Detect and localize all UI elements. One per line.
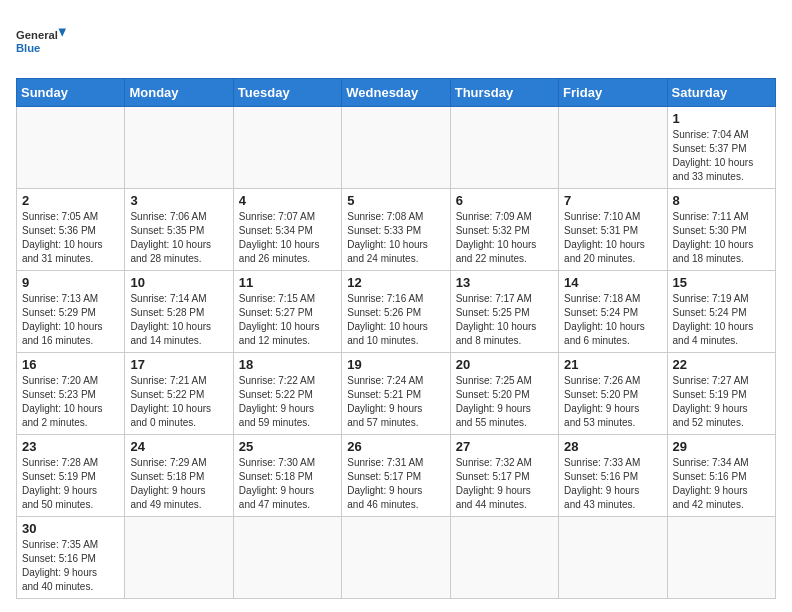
day-number: 16 xyxy=(22,357,119,372)
calendar-week-5: 30Sunrise: 7:35 AM Sunset: 5:16 PM Dayli… xyxy=(17,517,776,599)
calendar-cell xyxy=(125,517,233,599)
day-number: 29 xyxy=(673,439,770,454)
day-number: 11 xyxy=(239,275,336,290)
calendar-cell: 19Sunrise: 7:24 AM Sunset: 5:21 PM Dayli… xyxy=(342,353,450,435)
day-number: 28 xyxy=(564,439,661,454)
calendar-cell: 7Sunrise: 7:10 AM Sunset: 5:31 PM Daylig… xyxy=(559,189,667,271)
day-info: Sunrise: 7:16 AM Sunset: 5:26 PM Dayligh… xyxy=(347,292,444,348)
weekday-header-thursday: Thursday xyxy=(450,79,558,107)
day-info: Sunrise: 7:04 AM Sunset: 5:37 PM Dayligh… xyxy=(673,128,770,184)
day-info: Sunrise: 7:31 AM Sunset: 5:17 PM Dayligh… xyxy=(347,456,444,512)
calendar-cell: 4Sunrise: 7:07 AM Sunset: 5:34 PM Daylig… xyxy=(233,189,341,271)
day-info: Sunrise: 7:19 AM Sunset: 5:24 PM Dayligh… xyxy=(673,292,770,348)
day-info: Sunrise: 7:08 AM Sunset: 5:33 PM Dayligh… xyxy=(347,210,444,266)
weekday-header-sunday: Sunday xyxy=(17,79,125,107)
day-info: Sunrise: 7:30 AM Sunset: 5:18 PM Dayligh… xyxy=(239,456,336,512)
calendar-cell: 18Sunrise: 7:22 AM Sunset: 5:22 PM Dayli… xyxy=(233,353,341,435)
day-info: Sunrise: 7:11 AM Sunset: 5:30 PM Dayligh… xyxy=(673,210,770,266)
calendar-week-1: 2Sunrise: 7:05 AM Sunset: 5:36 PM Daylig… xyxy=(17,189,776,271)
day-info: Sunrise: 7:06 AM Sunset: 5:35 PM Dayligh… xyxy=(130,210,227,266)
day-info: Sunrise: 7:28 AM Sunset: 5:19 PM Dayligh… xyxy=(22,456,119,512)
calendar-cell: 15Sunrise: 7:19 AM Sunset: 5:24 PM Dayli… xyxy=(667,271,775,353)
day-number: 30 xyxy=(22,521,119,536)
day-info: Sunrise: 7:09 AM Sunset: 5:32 PM Dayligh… xyxy=(456,210,553,266)
calendar-cell xyxy=(450,107,558,189)
day-info: Sunrise: 7:29 AM Sunset: 5:18 PM Dayligh… xyxy=(130,456,227,512)
day-number: 26 xyxy=(347,439,444,454)
day-info: Sunrise: 7:13 AM Sunset: 5:29 PM Dayligh… xyxy=(22,292,119,348)
calendar-cell: 23Sunrise: 7:28 AM Sunset: 5:19 PM Dayli… xyxy=(17,435,125,517)
header: General Blue xyxy=(16,16,776,66)
calendar-cell: 24Sunrise: 7:29 AM Sunset: 5:18 PM Dayli… xyxy=(125,435,233,517)
day-info: Sunrise: 7:25 AM Sunset: 5:20 PM Dayligh… xyxy=(456,374,553,430)
day-info: Sunrise: 7:27 AM Sunset: 5:19 PM Dayligh… xyxy=(673,374,770,430)
calendar-cell: 6Sunrise: 7:09 AM Sunset: 5:32 PM Daylig… xyxy=(450,189,558,271)
calendar-cell: 21Sunrise: 7:26 AM Sunset: 5:20 PM Dayli… xyxy=(559,353,667,435)
day-number: 14 xyxy=(564,275,661,290)
calendar-cell xyxy=(125,107,233,189)
day-number: 2 xyxy=(22,193,119,208)
logo: General Blue xyxy=(16,16,66,66)
day-info: Sunrise: 7:22 AM Sunset: 5:22 PM Dayligh… xyxy=(239,374,336,430)
day-info: Sunrise: 7:32 AM Sunset: 5:17 PM Dayligh… xyxy=(456,456,553,512)
logo-svg: General Blue xyxy=(16,16,66,66)
day-info: Sunrise: 7:07 AM Sunset: 5:34 PM Dayligh… xyxy=(239,210,336,266)
day-number: 3 xyxy=(130,193,227,208)
calendar-cell xyxy=(450,517,558,599)
calendar-cell: 5Sunrise: 7:08 AM Sunset: 5:33 PM Daylig… xyxy=(342,189,450,271)
day-number: 23 xyxy=(22,439,119,454)
calendar-cell: 22Sunrise: 7:27 AM Sunset: 5:19 PM Dayli… xyxy=(667,353,775,435)
day-info: Sunrise: 7:21 AM Sunset: 5:22 PM Dayligh… xyxy=(130,374,227,430)
svg-marker-2 xyxy=(59,29,67,37)
calendar-cell: 13Sunrise: 7:17 AM Sunset: 5:25 PM Dayli… xyxy=(450,271,558,353)
day-info: Sunrise: 7:10 AM Sunset: 5:31 PM Dayligh… xyxy=(564,210,661,266)
calendar: SundayMondayTuesdayWednesdayThursdayFrid… xyxy=(16,78,776,599)
day-number: 10 xyxy=(130,275,227,290)
day-info: Sunrise: 7:15 AM Sunset: 5:27 PM Dayligh… xyxy=(239,292,336,348)
day-number: 7 xyxy=(564,193,661,208)
day-number: 6 xyxy=(456,193,553,208)
calendar-cell: 26Sunrise: 7:31 AM Sunset: 5:17 PM Dayli… xyxy=(342,435,450,517)
day-number: 13 xyxy=(456,275,553,290)
calendar-cell: 8Sunrise: 7:11 AM Sunset: 5:30 PM Daylig… xyxy=(667,189,775,271)
weekday-header-monday: Monday xyxy=(125,79,233,107)
day-info: Sunrise: 7:24 AM Sunset: 5:21 PM Dayligh… xyxy=(347,374,444,430)
calendar-cell xyxy=(342,517,450,599)
calendar-cell: 20Sunrise: 7:25 AM Sunset: 5:20 PM Dayli… xyxy=(450,353,558,435)
calendar-cell xyxy=(559,517,667,599)
calendar-cell: 3Sunrise: 7:06 AM Sunset: 5:35 PM Daylig… xyxy=(125,189,233,271)
calendar-cell xyxy=(17,107,125,189)
calendar-cell: 2Sunrise: 7:05 AM Sunset: 5:36 PM Daylig… xyxy=(17,189,125,271)
calendar-cell: 27Sunrise: 7:32 AM Sunset: 5:17 PM Dayli… xyxy=(450,435,558,517)
calendar-cell: 1Sunrise: 7:04 AM Sunset: 5:37 PM Daylig… xyxy=(667,107,775,189)
day-info: Sunrise: 7:05 AM Sunset: 5:36 PM Dayligh… xyxy=(22,210,119,266)
calendar-cell xyxy=(233,107,341,189)
calendar-cell: 12Sunrise: 7:16 AM Sunset: 5:26 PM Dayli… xyxy=(342,271,450,353)
day-info: Sunrise: 7:17 AM Sunset: 5:25 PM Dayligh… xyxy=(456,292,553,348)
day-number: 9 xyxy=(22,275,119,290)
day-info: Sunrise: 7:26 AM Sunset: 5:20 PM Dayligh… xyxy=(564,374,661,430)
calendar-cell: 29Sunrise: 7:34 AM Sunset: 5:16 PM Dayli… xyxy=(667,435,775,517)
day-number: 25 xyxy=(239,439,336,454)
calendar-cell xyxy=(667,517,775,599)
calendar-cell xyxy=(342,107,450,189)
calendar-cell: 30Sunrise: 7:35 AM Sunset: 5:16 PM Dayli… xyxy=(17,517,125,599)
day-info: Sunrise: 7:18 AM Sunset: 5:24 PM Dayligh… xyxy=(564,292,661,348)
calendar-cell: 17Sunrise: 7:21 AM Sunset: 5:22 PM Dayli… xyxy=(125,353,233,435)
day-info: Sunrise: 7:33 AM Sunset: 5:16 PM Dayligh… xyxy=(564,456,661,512)
calendar-week-2: 9Sunrise: 7:13 AM Sunset: 5:29 PM Daylig… xyxy=(17,271,776,353)
day-number: 18 xyxy=(239,357,336,372)
calendar-cell xyxy=(233,517,341,599)
day-info: Sunrise: 7:34 AM Sunset: 5:16 PM Dayligh… xyxy=(673,456,770,512)
weekday-header-wednesday: Wednesday xyxy=(342,79,450,107)
calendar-cell: 10Sunrise: 7:14 AM Sunset: 5:28 PM Dayli… xyxy=(125,271,233,353)
day-info: Sunrise: 7:20 AM Sunset: 5:23 PM Dayligh… xyxy=(22,374,119,430)
calendar-week-4: 23Sunrise: 7:28 AM Sunset: 5:19 PM Dayli… xyxy=(17,435,776,517)
day-number: 1 xyxy=(673,111,770,126)
day-number: 12 xyxy=(347,275,444,290)
day-number: 24 xyxy=(130,439,227,454)
svg-text:General: General xyxy=(16,29,58,41)
weekday-header-saturday: Saturday xyxy=(667,79,775,107)
calendar-cell: 14Sunrise: 7:18 AM Sunset: 5:24 PM Dayli… xyxy=(559,271,667,353)
day-info: Sunrise: 7:35 AM Sunset: 5:16 PM Dayligh… xyxy=(22,538,119,594)
